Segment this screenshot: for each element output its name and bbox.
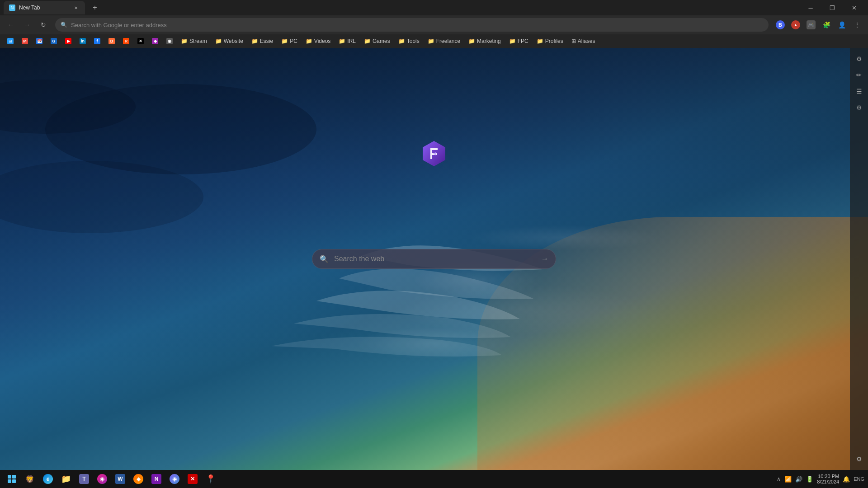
bookmark-videos[interactable]: 📁 Videos	[302, 37, 334, 45]
youtube-icon: ▶	[65, 38, 71, 44]
address-input[interactable]	[71, 22, 763, 28]
bookmark-aliases[interactable]: ⊞ Aliases	[568, 37, 599, 45]
bookmark-tools[interactable]: 📁 Tools	[395, 37, 423, 45]
sidebar-bottom-settings-icon[interactable]: ⚙	[852, 452, 866, 466]
search-box-input[interactable]	[334, 255, 536, 263]
taskbar-onenote[interactable]: N	[148, 471, 165, 487]
bookmark-irl[interactable]: 📁 IRL	[335, 37, 359, 45]
irl-folder-icon: 📁	[339, 38, 345, 44]
search-box-icon: 🔍	[320, 255, 329, 263]
new-tab-button[interactable]: +	[89, 1, 101, 14]
bookmark-ext1[interactable]: ◆	[148, 37, 162, 45]
address-bar-row: ← → ↻ 🔍 B ▲ 🎮 🧩 👤 ⋮	[0, 15, 868, 34]
sidebar-edit-icon[interactable]: ✏	[852, 68, 866, 82]
taskbar-clock[interactable]: 10:20 PM 8/21/2024	[817, 474, 839, 484]
profile-icon[interactable]: 👤	[835, 18, 849, 32]
aliases-icon: ⊞	[571, 38, 576, 44]
x-icon: ✕	[137, 38, 144, 44]
close-button[interactable]: ✕	[844, 0, 864, 15]
system-tray: ∧ 📶 🔊 🔋 10:20 PM 8/21/2024 🔔 ENG	[777, 474, 864, 484]
bookmark-apps[interactable]: ⊞	[4, 37, 17, 45]
games-folder-icon: 📁	[364, 38, 371, 44]
gcal-icon: 📅	[36, 38, 42, 44]
wallet-icon: 🎮	[807, 20, 816, 29]
search-box[interactable]: 🔍 →	[312, 249, 556, 269]
bookmark-linkedin[interactable]: in	[76, 37, 90, 45]
bookmark-gplus[interactable]: G	[47, 37, 61, 45]
pc-label: PC	[290, 38, 297, 44]
sidebar-gear-icon[interactable]: ⚙	[852, 100, 866, 115]
bookmark-website[interactable]: 📁 Website	[212, 37, 247, 45]
bookmark-facebook[interactable]: f	[90, 37, 104, 45]
taskbar-app5[interactable]: ◆	[130, 471, 146, 487]
taskbar-explorer[interactable]: 📁	[58, 471, 74, 487]
essie-label: Essie	[260, 38, 273, 44]
bookmark-ext2[interactable]: ◉	[163, 37, 176, 45]
minimize-button[interactable]: ─	[800, 0, 821, 15]
taskbar-teams[interactable]: T	[76, 471, 92, 487]
show-hidden-icon[interactable]: ∧	[777, 476, 781, 482]
taskbar-brave[interactable]: 🦁	[22, 471, 38, 487]
bookmark-profiles[interactable]: 📁 Profiles	[533, 37, 567, 45]
center-logo-wrap	[420, 140, 448, 167]
bookmark-freelance[interactable]: 📁 Freelance	[424, 37, 464, 45]
taskbar-battery-icon: 🔋	[806, 476, 813, 483]
main-content: 🔍 → ⚙ ✏ ☰ ⚙ ⚙	[0, 48, 868, 470]
taskbar-app7[interactable]: ✕	[184, 471, 201, 487]
restore-button[interactable]: ❐	[822, 0, 843, 15]
bookmark-stream[interactable]: 📁 Stream	[177, 37, 211, 45]
taskbar-app4[interactable]: ◉	[94, 471, 110, 487]
brave-rewards-icon[interactable]: ▲	[788, 18, 803, 32]
taskbar: 🦁 e 📁 T ◉ W ◆ N ◉ ✕ 📍 ∧ 📶 🔊 🔋 10:20 PM 8…	[0, 470, 868, 488]
bookmark-games[interactable]: 📁 Games	[360, 37, 394, 45]
bookmark-x[interactable]: ✕	[134, 37, 147, 45]
brave-wallet-icon[interactable]: 🎮	[804, 18, 818, 32]
tab-close-button[interactable]: ✕	[72, 4, 80, 11]
bookmark-essie[interactable]: 📁 Essie	[248, 37, 277, 45]
refresh-button[interactable]: ↻	[36, 18, 51, 32]
gplus-icon: G	[51, 38, 57, 44]
bookmark-youtube[interactable]: ▶	[61, 37, 75, 45]
extensions-icon[interactable]: 🧩	[819, 18, 834, 32]
bookmark-reddit[interactable]: R	[119, 37, 133, 45]
address-bar[interactable]: 🔍	[55, 18, 769, 32]
taskbar-word[interactable]: W	[112, 471, 128, 487]
brave-shield-icon[interactable]: B	[773, 18, 788, 32]
ext1-icon: ◆	[152, 38, 158, 44]
sidebar-settings-icon[interactable]: ⚙	[852, 52, 866, 66]
bookmark-marketing[interactable]: 📁 Marketing	[465, 37, 505, 45]
taskbar-app6[interactable]: ◉	[166, 471, 183, 487]
clock-date: 8/21/2024	[817, 479, 839, 484]
ext2-icon: ◉	[166, 38, 173, 44]
forward-button[interactable]: →	[20, 18, 34, 32]
back-button[interactable]: ←	[4, 18, 18, 32]
browser-tab[interactable]: N New Tab ✕	[4, 1, 85, 14]
taskbar-volume-icon[interactable]: 🔊	[795, 476, 802, 483]
menu-icon[interactable]: ⋮	[850, 18, 864, 32]
videos-folder-icon: 📁	[306, 38, 312, 44]
notification-icon[interactable]: 🔔	[843, 476, 850, 483]
marketing-folder-icon: 📁	[468, 38, 475, 44]
tools-label: Tools	[407, 38, 420, 44]
bookmark-pc[interactable]: 📁 PC	[278, 37, 301, 45]
bookmarks-bar: ⊞ M 📅 G ▶ in f B R ✕ ◆ ◉ 📁 Stream 📁 Webs…	[0, 34, 868, 48]
sidebar-list-icon[interactable]: ☰	[852, 84, 866, 99]
tools-folder-icon: 📁	[398, 38, 405, 44]
bookmark-gmail[interactable]: M	[18, 37, 32, 45]
bookmark-gcal[interactable]: 📅	[33, 37, 46, 45]
marketing-label: Marketing	[477, 38, 501, 44]
games-label: Games	[373, 38, 390, 44]
taskbar-maps[interactable]: 📍	[203, 471, 219, 487]
brave-logo	[420, 140, 448, 167]
taskbar-edge[interactable]: e	[40, 471, 56, 487]
facebook-icon: f	[94, 38, 100, 44]
taskbar-wifi-icon: 📶	[784, 476, 792, 483]
bat-icon: ▲	[791, 20, 800, 29]
bookmark-fpc[interactable]: 📁 FPC	[505, 37, 532, 45]
start-button[interactable]	[4, 471, 20, 487]
windows-logo	[8, 475, 16, 483]
videos-label: Videos	[314, 38, 330, 44]
bookmark-brave2[interactable]: B	[105, 37, 118, 45]
search-arrow-icon[interactable]: →	[541, 255, 548, 263]
clock-time: 10:20 PM	[818, 474, 839, 479]
